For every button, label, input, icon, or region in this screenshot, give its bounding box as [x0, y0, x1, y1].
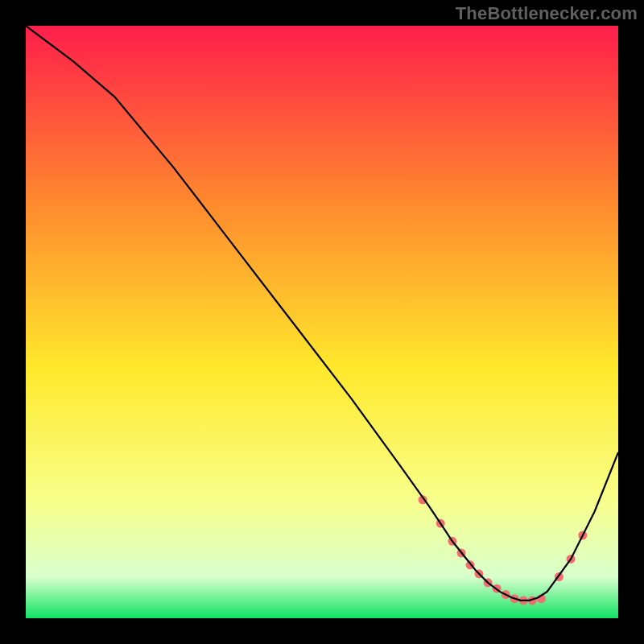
- chart-frame: TheBottlenecker.com: [0, 0, 644, 644]
- chart-svg: [26, 26, 618, 618]
- gradient-background: [26, 26, 618, 618]
- chart-plot-area: [26, 26, 618, 618]
- credit-label: TheBottlenecker.com: [456, 3, 638, 24]
